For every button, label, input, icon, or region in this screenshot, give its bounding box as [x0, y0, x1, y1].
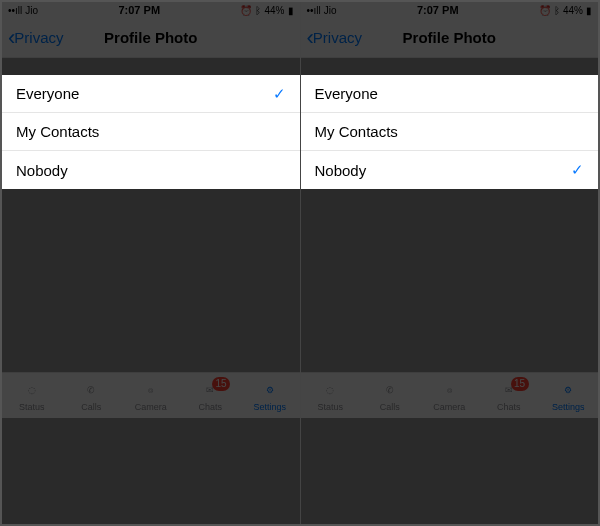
- tab-label: Chats: [497, 402, 521, 412]
- page-title: Profile Photo: [104, 29, 197, 46]
- tab-label: Camera: [433, 402, 465, 412]
- clock: 7:07 PM: [118, 4, 160, 16]
- status-bar: ••ıll Jio 7:07 PM ⏰ ᛒ 44% ▮: [301, 2, 599, 18]
- phone-left: ••ıll Jio 7:07 PM ⏰ ᛒ 44% ▮ ‹ Privacy Pr…: [2, 2, 300, 524]
- check-icon: ✓: [273, 85, 286, 103]
- bluetooth-icon: ᛒ: [554, 5, 560, 16]
- tab-label: Status: [317, 402, 343, 412]
- tab-calls[interactable]: ✆Calls: [360, 379, 420, 412]
- tab-label: Chats: [198, 402, 222, 412]
- status-bar: ••ıll Jio 7:07 PM ⏰ ᛒ 44% ▮: [2, 2, 300, 18]
- battery-icon: ▮: [288, 5, 294, 16]
- tab-status[interactable]: ◌Status: [2, 379, 62, 412]
- tab-status[interactable]: ◌Status: [301, 379, 361, 412]
- signal-icon: ••ıll: [8, 5, 22, 16]
- option-my-contacts[interactable]: My Contacts: [2, 113, 300, 151]
- badge: 15: [212, 377, 230, 391]
- tab-label: Camera: [135, 402, 167, 412]
- option-label: Everyone: [315, 85, 378, 102]
- tab-label: Settings: [253, 402, 286, 412]
- nav-bar: ‹ Privacy Profile Photo: [2, 18, 300, 58]
- tab-bar: ◌Status ✆Calls ⌾Camera ✉15Chats ⚙Setting…: [2, 372, 300, 418]
- tab-settings[interactable]: ⚙Settings: [240, 379, 300, 412]
- option-my-contacts[interactable]: My Contacts: [301, 113, 599, 151]
- calls-icon: ✆: [379, 379, 401, 401]
- tab-label: Settings: [552, 402, 585, 412]
- clock: 7:07 PM: [417, 4, 459, 16]
- screenshot-frame: ••ıll Jio 7:07 PM ⏰ ᛒ 44% ▮ ‹ Privacy Pr…: [0, 0, 600, 526]
- option-everyone[interactable]: Everyone: [301, 75, 599, 113]
- carrier-label: Jio: [324, 5, 337, 16]
- signal-icon: ••ıll: [307, 5, 321, 16]
- tab-camera[interactable]: ⌾Camera: [420, 379, 480, 412]
- tab-label: Calls: [81, 402, 101, 412]
- privacy-options-list: Everyone ✓ My Contacts Nobody: [2, 75, 300, 189]
- check-icon: ✓: [571, 161, 584, 179]
- carrier-label: Jio: [25, 5, 38, 16]
- tab-chats[interactable]: ✉15Chats: [479, 379, 539, 412]
- tab-label: Status: [19, 402, 45, 412]
- settings-icon: ⚙: [557, 379, 579, 401]
- nav-bar: ‹ Privacy Profile Photo: [301, 18, 599, 58]
- phone-dimmed-bg: ••ıll Jio 7:07 PM ⏰ ᛒ 44% ▮ ‹ Privacy Pr…: [301, 2, 599, 418]
- bluetooth-icon: ᛒ: [255, 5, 261, 16]
- phone-right: ••ıll Jio 7:07 PM ⏰ ᛒ 44% ▮ ‹ Privacy Pr…: [300, 2, 599, 524]
- option-label: Nobody: [315, 162, 367, 179]
- tab-chats[interactable]: ✉15Chats: [181, 379, 241, 412]
- back-label: Privacy: [14, 29, 63, 46]
- battery-label: 44%: [264, 5, 284, 16]
- back-label: Privacy: [313, 29, 362, 46]
- tab-settings[interactable]: ⚙Settings: [539, 379, 599, 412]
- settings-icon: ⚙: [259, 379, 281, 401]
- battery-icon: ▮: [586, 5, 592, 16]
- alarm-icon: ⏰: [240, 5, 252, 16]
- option-label: My Contacts: [315, 123, 398, 140]
- back-button[interactable]: ‹ Privacy: [307, 27, 363, 49]
- option-nobody[interactable]: Nobody: [2, 151, 300, 189]
- phone-dimmed-bg: ••ıll Jio 7:07 PM ⏰ ᛒ 44% ▮ ‹ Privacy Pr…: [2, 2, 300, 418]
- privacy-options-list: Everyone My Contacts Nobody ✓: [301, 75, 599, 189]
- battery-label: 44%: [563, 5, 583, 16]
- tab-label: Calls: [380, 402, 400, 412]
- status-icon: ◌: [21, 379, 43, 401]
- camera-icon: ⌾: [438, 379, 460, 401]
- option-nobody[interactable]: Nobody ✓: [301, 151, 599, 189]
- option-everyone[interactable]: Everyone ✓: [2, 75, 300, 113]
- status-icon: ◌: [319, 379, 341, 401]
- option-label: Nobody: [16, 162, 68, 179]
- camera-icon: ⌾: [140, 379, 162, 401]
- calls-icon: ✆: [80, 379, 102, 401]
- page-title: Profile Photo: [403, 29, 496, 46]
- tab-camera[interactable]: ⌾Camera: [121, 379, 181, 412]
- back-button[interactable]: ‹ Privacy: [8, 27, 64, 49]
- tab-bar: ◌Status ✆Calls ⌾Camera ✉15Chats ⚙Setting…: [301, 372, 599, 418]
- badge: 15: [511, 377, 529, 391]
- tab-calls[interactable]: ✆Calls: [62, 379, 122, 412]
- option-label: My Contacts: [16, 123, 99, 140]
- option-label: Everyone: [16, 85, 79, 102]
- alarm-icon: ⏰: [539, 5, 551, 16]
